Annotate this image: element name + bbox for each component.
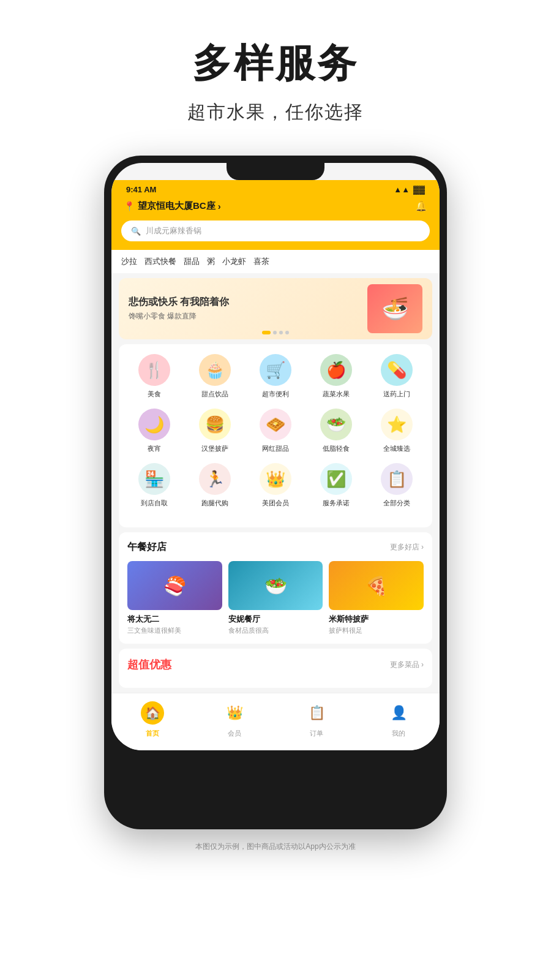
light-icon: 🥗 (320, 409, 352, 440)
category-pill[interactable]: 西式快餐 (144, 256, 176, 267)
supermarket-label: 超市便利 (262, 390, 289, 399)
search-bar[interactable]: 🔍 川成元麻辣香锅 (121, 221, 430, 241)
location-arrow: › (218, 201, 221, 211)
banner-subtitle: 馋嘴小零食 爆款直降 (129, 311, 229, 322)
restaurant-row: 🍣 将太无二 三文鱼味道很鲜美 🥗 安妮餐厅 食材品质很高 🍕 米斯特披萨 披萨… (127, 561, 424, 635)
pickup-label: 到店自取 (141, 499, 168, 508)
nav-member-icon: 👑 (227, 705, 243, 721)
nav-profile-wrapper: 👤 (385, 699, 412, 726)
restaurants-section: 午餐好店 更多好店 › 🍣 将太无二 三文鱼味道很鲜美 🥗 安妮餐厅 食材品质很… (119, 532, 432, 644)
restaurant-card-2[interactable]: 🥗 安妮餐厅 食材品质很高 (228, 561, 323, 635)
restaurant-img-3: 🍕 (329, 561, 424, 610)
service-item-dessert[interactable]: 🧁 甜点饮品 (184, 354, 245, 399)
errand-label: 跑腿代购 (201, 499, 228, 508)
member-label: 美团会员 (262, 499, 289, 508)
all-label: 全部分类 (383, 499, 410, 508)
status-bar: 9:41 AM ▲▲ ▓▓ (111, 180, 440, 197)
wifi-icon: ▲▲ (394, 185, 410, 194)
service-item-all[interactable]: 📋 全部分类 (367, 463, 427, 508)
service-item-food[interactable]: 🍴 美食 (124, 354, 184, 399)
service-item-errand[interactable]: 🏃 跑腿代购 (184, 463, 245, 508)
nav-item-order[interactable]: 📋 订单 (303, 699, 330, 738)
service-grid: 🍴 美食 🧁 甜点饮品 🛒 超市便利 🍎 蔬菜水果 💊 送药上门 (119, 344, 432, 527)
food-label: 美食 (148, 390, 161, 399)
notch (227, 163, 324, 180)
disclaimer: 本图仅为示例，图中商品或活动以App内公示为准 (195, 829, 355, 870)
burger-label: 汉堡披萨 (201, 444, 228, 453)
location-area[interactable]: 📍 望京恒电大厦BC座 › (124, 200, 221, 212)
nav-home-label: 首页 (146, 729, 159, 738)
service-row-1: 🍴 美食 🧁 甜点饮品 🛒 超市便利 🍎 蔬菜水果 💊 送药上门 (124, 354, 427, 399)
banner-text: 悲伤或快乐 有我陪着你 馋嘴小零食 爆款直降 (129, 296, 229, 322)
service-item-veggie[interactable]: 🍎 蔬菜水果 (306, 354, 367, 399)
food-icon: 🍴 (138, 354, 170, 386)
banner[interactable]: 悲伤或快乐 有我陪着你 馋嘴小零食 爆款直降 🍜 (119, 278, 432, 339)
restaurant-name-3: 米斯特披萨 (329, 614, 424, 625)
banner-image: 🍜 (367, 284, 422, 333)
veggie-icon: 🍎 (320, 354, 352, 386)
restaurant-desc-1: 三文鱼味道很鲜美 (127, 626, 222, 635)
selected-label: 全城臻选 (383, 444, 410, 453)
banner-dots (262, 331, 289, 334)
bell-icon[interactable]: 🔔 (415, 200, 427, 212)
all-icon: 📋 (381, 463, 413, 495)
service-item-promise[interactable]: ✅ 服务承诺 (306, 463, 367, 508)
medicine-icon: 💊 (381, 354, 413, 386)
dessert-icon: 🧁 (199, 354, 231, 386)
dot-4 (285, 331, 289, 334)
nav-profile-label: 我的 (392, 729, 405, 738)
top-section: 多样服务 超市水果，任你选择 (187, 0, 364, 143)
service-row-3: 🏪 到店自取 🏃 跑腿代购 👑 美团会员 ✅ 服务承诺 📋 全部分类 (124, 463, 427, 508)
veggie-label: 蔬菜水果 (323, 390, 350, 399)
service-item-selected[interactable]: ⭐ 全城臻选 (367, 409, 427, 453)
category-pill[interactable]: 粥 (207, 256, 215, 267)
service-item-supermarket[interactable]: 🛒 超市便利 (245, 354, 305, 399)
restaurant-desc-2: 食材品质很高 (228, 626, 323, 635)
restaurant-img-2: 🥗 (228, 561, 323, 610)
dot-3 (279, 331, 283, 334)
nav-item-profile[interactable]: 👤 我的 (385, 699, 412, 738)
service-row-2: 🌙 夜宵 🍔 汉堡披萨 🧇 网红甜品 🥗 低脂轻食 ⭐ 全城臻选 (124, 409, 427, 453)
search-area: 🔍 川成元麻辣香锅 (111, 221, 440, 250)
category-pill[interactable]: 小龙虾 (222, 256, 246, 267)
restaurants-more[interactable]: 更多好店 › (390, 542, 424, 552)
nav-home-wrapper: 🏠 (139, 699, 166, 726)
phone-screen: 9:41 AM ▲▲ ▓▓ 📍 望京恒电大厦BC座 › 🔔 🔍 川成元麻辣香锅 … (111, 163, 440, 750)
restaurant-desc-3: 披萨料很足 (329, 626, 424, 635)
nav-profile-icon: 👤 (391, 705, 407, 721)
medicine-label: 送药上门 (383, 390, 410, 399)
service-item-medicine[interactable]: 💊 送药上门 (367, 354, 427, 399)
search-placeholder: 川成元麻辣香锅 (146, 225, 201, 236)
service-item-light[interactable]: 🥗 低脂轻食 (306, 409, 367, 453)
nightsnack-icon: 🌙 (138, 409, 170, 440)
restaurant-card-1[interactable]: 🍣 将太无二 三文鱼味道很鲜美 (127, 561, 222, 635)
category-pill[interactable]: 甜品 (184, 256, 200, 267)
light-label: 低脂轻食 (323, 444, 350, 453)
service-item-burger[interactable]: 🍔 汉堡披萨 (184, 409, 245, 453)
category-pill[interactable]: 喜茶 (253, 256, 269, 267)
burger-icon: 🍔 (199, 409, 231, 440)
service-item-netred[interactable]: 🧇 网红甜品 (245, 409, 305, 453)
service-item-nightsnack[interactable]: 🌙 夜宵 (124, 409, 184, 453)
pickup-icon: 🏪 (138, 463, 170, 495)
dot-1 (262, 331, 271, 334)
location-pin-icon: 📍 (124, 201, 135, 212)
nav-item-member[interactable]: 👑 会员 (221, 699, 248, 738)
nav-item-home[interactable]: 🏠 首页 (139, 699, 166, 738)
deals-section: 超值优惠 更多菜品 › (119, 649, 432, 688)
promise-icon: ✅ (320, 463, 352, 495)
restaurant-card-3[interactable]: 🍕 米斯特披萨 披萨料很足 (329, 561, 424, 635)
deals-more[interactable]: 更多菜品 › (390, 660, 424, 670)
app-header: 📍 望京恒电大厦BC座 › 🔔 (111, 197, 440, 221)
netred-icon: 🧇 (260, 409, 291, 440)
sub-title: 超市水果，任你选择 (187, 100, 364, 125)
phone-frame: 9:41 AM ▲▲ ▓▓ 📍 望京恒电大厦BC座 › 🔔 🔍 川成元麻辣香锅 … (104, 156, 447, 829)
nav-order-label: 订单 (310, 729, 323, 738)
service-item-pickup[interactable]: 🏪 到店自取 (124, 463, 184, 508)
dessert-label: 甜点饮品 (201, 390, 228, 399)
banner-title: 悲伤或快乐 有我陪着你 (129, 296, 229, 309)
status-time: 9:41 AM (126, 185, 156, 194)
nightsnack-label: 夜宵 (148, 444, 161, 453)
service-item-member[interactable]: 👑 美团会员 (245, 463, 305, 508)
category-pill[interactable]: 沙拉 (121, 256, 137, 267)
